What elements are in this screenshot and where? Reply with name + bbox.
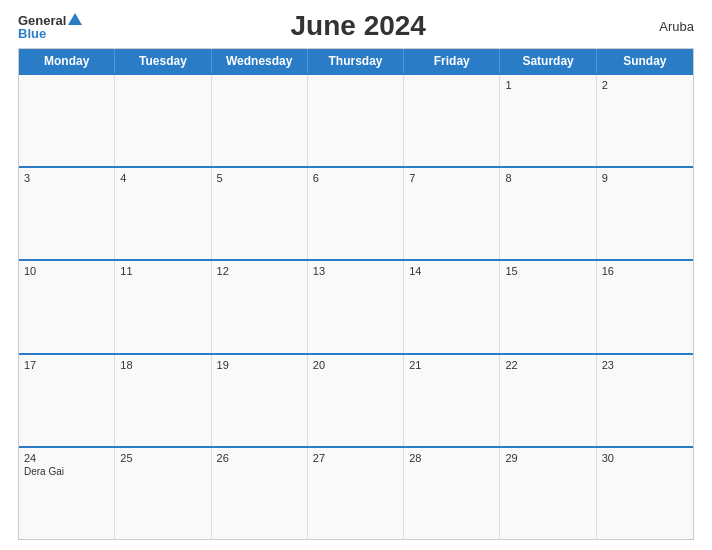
day-cell-18: 18 bbox=[115, 355, 211, 446]
page: GeneralBlue June 2024 Aruba Monday Tuesd… bbox=[0, 0, 712, 550]
day-cell-5: 5 bbox=[212, 168, 308, 259]
day-cell-2: 2 bbox=[597, 75, 693, 166]
day-cell-25: 25 bbox=[115, 448, 211, 539]
week-row-2: 3 4 5 6 7 8 9 bbox=[19, 166, 693, 259]
day-cell-28: 28 bbox=[404, 448, 500, 539]
logo: GeneralBlue bbox=[18, 13, 82, 40]
weekday-wednesday: Wednesday bbox=[212, 49, 308, 73]
weekday-saturday: Saturday bbox=[500, 49, 596, 73]
header: GeneralBlue June 2024 Aruba bbox=[18, 10, 694, 42]
day-cell-29: 29 bbox=[500, 448, 596, 539]
day-cell-4: 4 bbox=[115, 168, 211, 259]
calendar-body: 1 2 3 4 5 6 bbox=[19, 73, 693, 539]
day-cell-10: 10 bbox=[19, 261, 115, 352]
day-cell-8: 8 bbox=[500, 168, 596, 259]
day-cell-16: 16 bbox=[597, 261, 693, 352]
day-cell-13: 13 bbox=[308, 261, 404, 352]
day-cell-23: 23 bbox=[597, 355, 693, 446]
day-cell-26: 26 bbox=[212, 448, 308, 539]
logo-general: General bbox=[18, 14, 66, 27]
weekday-thursday: Thursday bbox=[308, 49, 404, 73]
logo-triangle-icon bbox=[68, 13, 82, 25]
week-row-1: 1 2 bbox=[19, 73, 693, 166]
day-cell-1: 1 bbox=[500, 75, 596, 166]
day-cell-9: 9 bbox=[597, 168, 693, 259]
day-cell-17: 17 bbox=[19, 355, 115, 446]
day-cell-empty bbox=[212, 75, 308, 166]
day-cell-empty bbox=[308, 75, 404, 166]
week-row-5: 24 Dera Gai 25 26 27 28 29 bbox=[19, 446, 693, 539]
week-row-4: 17 18 19 20 21 22 23 bbox=[19, 353, 693, 446]
day-cell-empty bbox=[404, 75, 500, 166]
day-cell-19: 19 bbox=[212, 355, 308, 446]
day-cell-27: 27 bbox=[308, 448, 404, 539]
day-cell-20: 20 bbox=[308, 355, 404, 446]
day-cell-22: 22 bbox=[500, 355, 596, 446]
day-cell-21: 21 bbox=[404, 355, 500, 446]
day-cell-6: 6 bbox=[308, 168, 404, 259]
day-cell-empty bbox=[19, 75, 115, 166]
month-title: June 2024 bbox=[82, 10, 634, 42]
logo-blue: Blue bbox=[18, 27, 46, 40]
day-cell-3: 3 bbox=[19, 168, 115, 259]
day-cell-24: 24 Dera Gai bbox=[19, 448, 115, 539]
weekday-sunday: Sunday bbox=[597, 49, 693, 73]
weekday-monday: Monday bbox=[19, 49, 115, 73]
day-cell-30: 30 bbox=[597, 448, 693, 539]
day-cell-14: 14 bbox=[404, 261, 500, 352]
week-row-3: 10 11 12 13 14 15 16 bbox=[19, 259, 693, 352]
weekday-tuesday: Tuesday bbox=[115, 49, 211, 73]
calendar-header: Monday Tuesday Wednesday Thursday Friday… bbox=[19, 49, 693, 73]
day-cell-15: 15 bbox=[500, 261, 596, 352]
country-label: Aruba bbox=[634, 19, 694, 34]
day-cell-12: 12 bbox=[212, 261, 308, 352]
weekday-friday: Friday bbox=[404, 49, 500, 73]
day-cell-empty bbox=[115, 75, 211, 166]
day-cell-7: 7 bbox=[404, 168, 500, 259]
calendar: Monday Tuesday Wednesday Thursday Friday… bbox=[18, 48, 694, 540]
day-cell-11: 11 bbox=[115, 261, 211, 352]
